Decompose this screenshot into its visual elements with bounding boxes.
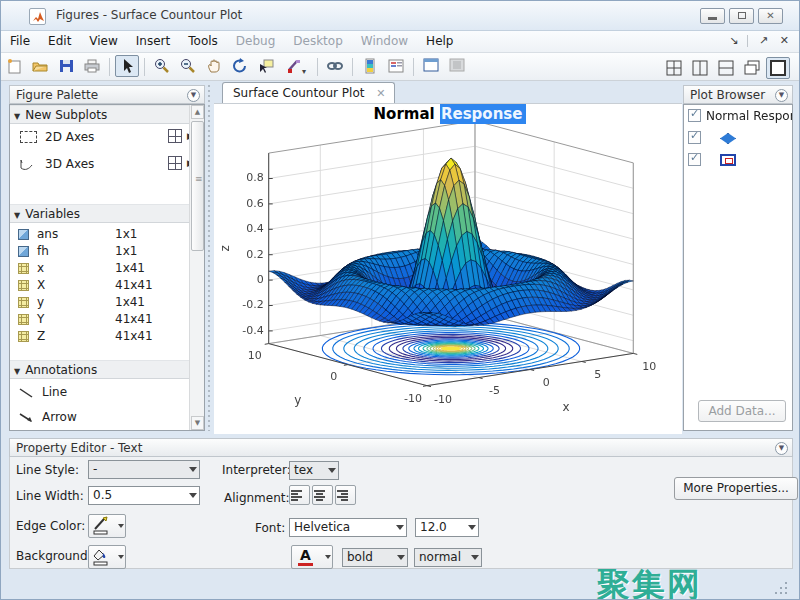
menu-tools[interactable]: Tools bbox=[179, 31, 227, 51]
panel-splitter[interactable] bbox=[206, 85, 211, 431]
cascade-windows-icon[interactable] bbox=[740, 57, 764, 79]
font-angle-combo[interactable]: normal bbox=[414, 548, 482, 567]
font-weight-combo[interactable]: bold bbox=[342, 548, 408, 567]
save-figure-icon[interactable] bbox=[54, 55, 78, 77]
plot-title[interactable]: Normal Response bbox=[214, 105, 682, 123]
rotate-3d-icon[interactable] bbox=[228, 55, 252, 77]
figure-tab[interactable]: Surface Countour Plot ✕ bbox=[222, 82, 395, 103]
figure-palette-list: ▼New Subplots 2D Axes ▶ 3D Axes ▶ ▼Varia… bbox=[9, 104, 205, 431]
close-button[interactable]: ✕ bbox=[758, 8, 783, 24]
figure-palette-menu-button[interactable]: ▼ bbox=[187, 89, 200, 102]
plot-browser-item-surface[interactable] bbox=[684, 127, 792, 149]
pointer-tool-icon[interactable] bbox=[115, 55, 139, 77]
font-size-combo[interactable]: 12.0 bbox=[415, 518, 479, 537]
palette-scrollbar[interactable]: ▲ ▼ bbox=[189, 105, 204, 430]
plot-browser-list: Normal Respons Add Data... bbox=[683, 104, 793, 431]
collapse-triangle-icon: ▼ bbox=[14, 112, 20, 121]
plot-browser-header: Plot Browser ▼ bbox=[683, 85, 793, 104]
menu-view[interactable]: View bbox=[80, 31, 126, 51]
dock-figure-icon[interactable]: ↘ bbox=[729, 34, 738, 47]
interpreter-combo[interactable]: tex bbox=[289, 461, 339, 480]
open-file-icon[interactable] bbox=[28, 55, 52, 77]
maximize-view-icon[interactable] bbox=[766, 57, 790, 79]
matrix-grid-icon bbox=[18, 331, 29, 342]
section-variables[interactable]: ▼Variables bbox=[10, 204, 204, 223]
insert-legend-icon[interactable] bbox=[384, 55, 408, 77]
checkbox-checked-icon[interactable] bbox=[688, 131, 701, 144]
palette-item-3d-axes[interactable]: 3D Axes ▶ bbox=[10, 151, 204, 178]
brush-tool-icon[interactable]: ▾ bbox=[280, 55, 312, 77]
font-color-A-icon: A bbox=[298, 547, 313, 566]
variable-row-x[interactable]: x1x41 bbox=[10, 260, 204, 277]
subplot-grid-icon[interactable] bbox=[168, 129, 182, 143]
pan-tool-icon[interactable] bbox=[202, 55, 226, 77]
restore-button[interactable] bbox=[729, 8, 754, 24]
tile-grid-icon[interactable] bbox=[662, 57, 686, 79]
annotation-item-arrow[interactable]: Arrow bbox=[10, 404, 204, 429]
annotation-item-line[interactable]: Line bbox=[10, 379, 204, 404]
menu-edit[interactable]: Edit bbox=[39, 31, 80, 51]
plot-browser-item-contour[interactable] bbox=[684, 149, 792, 171]
add-data-button[interactable]: Add Data... bbox=[698, 400, 786, 422]
line-width-combo[interactable]: 0.5 bbox=[88, 486, 200, 505]
variable-row-X[interactable]: X41x41 bbox=[10, 277, 204, 294]
font-label: Font: bbox=[255, 521, 285, 535]
plot-title-selected-text: Response bbox=[440, 104, 526, 124]
variable-row-Z[interactable]: Z41x41 bbox=[10, 328, 204, 345]
tile-vertical-icon[interactable] bbox=[688, 57, 712, 79]
plot-browser-menu-button[interactable]: ▼ bbox=[775, 89, 788, 102]
insert-colorbar-icon[interactable] bbox=[358, 55, 382, 77]
line-style-label: Line Style: bbox=[16, 463, 79, 477]
variable-row-fh[interactable]: fh1x1 bbox=[10, 243, 204, 260]
section-new-subplots[interactable]: ▼New Subplots bbox=[10, 105, 204, 124]
menu-help[interactable]: Help bbox=[417, 31, 462, 51]
align-center-button[interactable] bbox=[312, 485, 333, 505]
figure-palette-panel: Figure Palette ▼ ▼New Subplots 2D Axes ▶… bbox=[9, 85, 205, 431]
property-editor-content: Line Style: - Line Width: 0.5 Edge Color… bbox=[9, 457, 793, 569]
figure-toolbar: ▾ bbox=[1, 53, 799, 81]
more-properties-button[interactable]: More Properties... bbox=[674, 477, 798, 500]
checkbox-checked-icon[interactable] bbox=[688, 153, 701, 166]
variable-row-ans[interactable]: ans1x1 bbox=[10, 226, 204, 243]
zoom-in-icon[interactable] bbox=[150, 55, 174, 77]
font-color-button[interactable]: A bbox=[291, 545, 333, 569]
document-tab-bar: Surface Countour Plot ✕ bbox=[214, 82, 682, 103]
variable-row-Y[interactable]: Y41x41 bbox=[10, 311, 204, 328]
data-cursor-icon[interactable] bbox=[254, 55, 278, 77]
title-bar[interactable]: Figures - Surface Countour Plot ✕ bbox=[1, 1, 799, 31]
align-left-button[interactable] bbox=[289, 485, 310, 505]
background-bucket-icon bbox=[91, 547, 111, 567]
background-color-button[interactable] bbox=[88, 545, 126, 569]
resize-grip[interactable] bbox=[775, 582, 789, 596]
plot-browser-item-axes[interactable]: Normal Respons bbox=[684, 105, 792, 127]
show-plot-tools-icon[interactable] bbox=[419, 55, 443, 77]
line-style-combo[interactable]: - bbox=[88, 460, 200, 479]
zoom-out-icon[interactable] bbox=[176, 55, 200, 77]
tile-horizontal-icon[interactable] bbox=[714, 57, 738, 79]
close-figure-icon[interactable]: ✕ bbox=[780, 34, 789, 47]
scroll-up-icon[interactable]: ▲ bbox=[191, 105, 204, 119]
variable-row-y[interactable]: y1x41 bbox=[10, 294, 204, 311]
menu-window: Window bbox=[352, 31, 417, 51]
minimize-button[interactable] bbox=[700, 8, 725, 24]
scrollbar-thumb[interactable] bbox=[191, 121, 204, 251]
tab-close-icon[interactable]: ✕ bbox=[376, 87, 385, 100]
link-plot-icon[interactable] bbox=[323, 55, 347, 77]
font-name-combo[interactable]: Helvetica bbox=[289, 518, 407, 537]
figure-tab-label: Surface Countour Plot bbox=[233, 86, 364, 100]
figure-canvas[interactable] bbox=[214, 104, 682, 435]
scroll-down-icon[interactable]: ▼ bbox=[191, 416, 204, 430]
menu-insert[interactable]: Insert bbox=[127, 31, 179, 51]
menu-bar: File Edit View Insert Tools Debug Deskto… bbox=[1, 31, 799, 53]
undock-icon[interactable]: ↗ bbox=[759, 34, 768, 47]
palette-item-2d-axes[interactable]: 2D Axes ▶ bbox=[10, 124, 204, 151]
edge-color-button[interactable] bbox=[88, 514, 126, 538]
section-annotations[interactable]: ▼Annotations bbox=[10, 360, 204, 379]
property-editor-menu-button[interactable]: ▼ bbox=[775, 442, 788, 455]
subplot-grid-icon[interactable] bbox=[168, 156, 182, 170]
checkbox-checked-icon[interactable] bbox=[688, 109, 701, 122]
align-right-button[interactable] bbox=[335, 485, 356, 505]
menu-file[interactable]: File bbox=[1, 31, 39, 51]
new-figure-icon[interactable] bbox=[2, 55, 26, 77]
print-figure-icon[interactable] bbox=[80, 55, 104, 77]
